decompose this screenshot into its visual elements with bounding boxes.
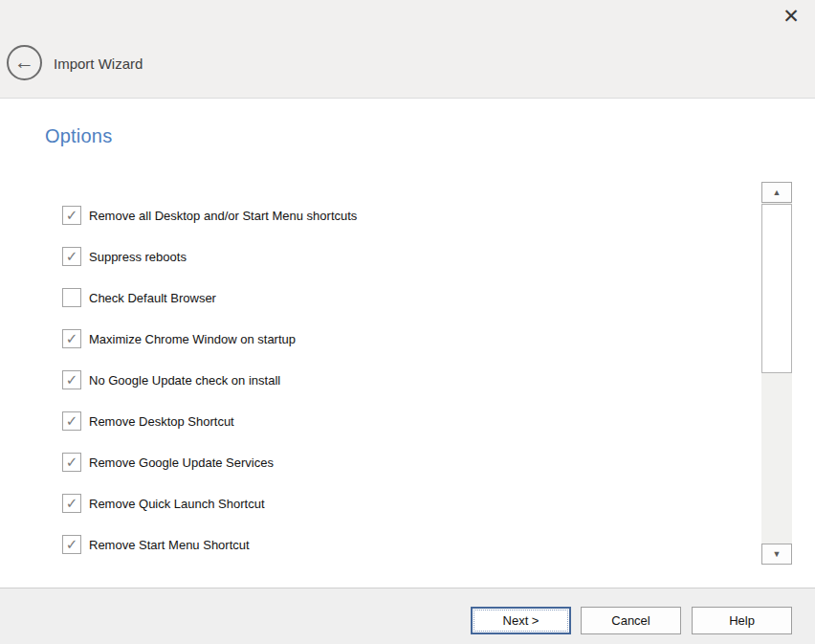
option-label: No Google Update check on install bbox=[89, 373, 280, 388]
option-label: Remove Google Update Services bbox=[89, 455, 274, 470]
option-checkbox[interactable]: ✓ bbox=[62, 411, 81, 431]
footer-bar: Next > Cancel Help bbox=[0, 588, 815, 644]
page-title: Options bbox=[45, 125, 112, 147]
close-icon[interactable]: ✕ bbox=[777, 2, 805, 31]
scroll-down-icon: ▼ bbox=[773, 549, 782, 559]
option-row: ✓ Remove Quick Launch Shortcut bbox=[62, 493, 265, 514]
checkmark-icon: ✓ bbox=[66, 496, 78, 510]
option-checkbox[interactable]: ✓ bbox=[62, 453, 81, 472]
option-checkbox[interactable]: ✓ bbox=[62, 206, 81, 225]
scroll-up-icon: ▲ bbox=[773, 188, 782, 197]
cancel-button[interactable]: Cancel bbox=[581, 607, 681, 634]
option-label: Check Default Browser bbox=[89, 291, 216, 305]
option-label: Remove Start Menu Shortcut bbox=[89, 538, 250, 552]
wizard-header: ✕ ← Import Wizard bbox=[0, 0, 815, 99]
option-row: ✓ Suppress reboots bbox=[62, 246, 187, 267]
option-label: Remove all Desktop and/or Start Menu sho… bbox=[89, 209, 357, 223]
scrollbar-down-button[interactable]: ▼ bbox=[761, 544, 792, 565]
option-label: Remove Desktop Shortcut bbox=[89, 414, 234, 429]
option-checkbox[interactable]: ✓ bbox=[62, 288, 81, 307]
option-row: ✓ Check Default Browser bbox=[62, 287, 216, 308]
option-row: ✓ No Google Update check on install bbox=[62, 369, 280, 390]
option-row: ✓ Remove Google Update Services bbox=[62, 452, 274, 473]
option-checkbox[interactable]: ✓ bbox=[62, 494, 81, 513]
option-row: ✓ Remove all Desktop and/or Start Menu s… bbox=[62, 205, 357, 226]
option-checkbox[interactable]: ✓ bbox=[62, 247, 81, 266]
next-button[interactable]: Next > bbox=[471, 607, 571, 634]
option-label: Maximize Chrome Window on startup bbox=[89, 332, 296, 346]
checkmark-icon: ✓ bbox=[66, 249, 78, 263]
checkmark-icon: ✓ bbox=[66, 455, 78, 469]
options-list: ✓ Remove all Desktop and/or Start Menu s… bbox=[0, 182, 760, 565]
help-button[interactable]: Help bbox=[692, 607, 792, 634]
option-row: ✓ Maximize Chrome Window on startup bbox=[62, 328, 296, 349]
options-scrollbar[interactable]: ▲ ▼ bbox=[761, 182, 792, 565]
scrollbar-thumb[interactable] bbox=[761, 204, 792, 373]
checkmark-icon: ✓ bbox=[66, 537, 78, 551]
option-row: ✓ Remove Desktop Shortcut bbox=[62, 411, 234, 432]
back-arrow-icon: ← bbox=[14, 52, 34, 72]
scrollbar-up-button[interactable]: ▲ bbox=[761, 182, 792, 203]
option-label: Suppress reboots bbox=[89, 250, 187, 264]
wizard-title: Import Wizard bbox=[54, 56, 143, 72]
checkmark-icon: ✓ bbox=[66, 372, 78, 387]
checkmark-icon: ✓ bbox=[66, 208, 78, 222]
option-label: Remove Quick Launch Shortcut bbox=[89, 497, 265, 511]
checkmark-icon: ✓ bbox=[66, 413, 78, 428]
option-row: ✓ Remove Start Menu Shortcut bbox=[62, 534, 250, 555]
option-checkbox[interactable]: ✓ bbox=[62, 370, 81, 389]
option-checkbox[interactable]: ✓ bbox=[62, 535, 81, 554]
checkmark-icon: ✓ bbox=[66, 331, 78, 345]
back-button[interactable]: ← bbox=[7, 45, 42, 80]
option-checkbox[interactable]: ✓ bbox=[62, 329, 81, 348]
